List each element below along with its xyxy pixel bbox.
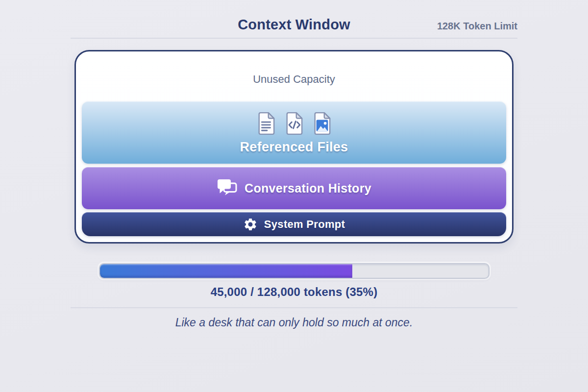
section-conversation-history: Conversation History xyxy=(82,167,506,209)
usage-bar-fill xyxy=(100,264,352,278)
chat-bubbles-icon xyxy=(217,178,238,198)
context-window-card: Unused Capacity xyxy=(74,50,514,244)
footer-divider xyxy=(71,307,517,308)
section-label: Conversation History xyxy=(245,181,371,196)
token-limit-label: 128K Token Limit xyxy=(437,21,517,32)
file-icons-row xyxy=(257,112,331,135)
header: Context Window 128K Token Limit xyxy=(71,0,517,39)
image-file-icon xyxy=(313,112,331,135)
code-file-icon xyxy=(285,112,303,135)
doc-file-icon xyxy=(257,112,275,135)
section-referenced-files: Referenced Files xyxy=(82,101,506,164)
caption-text: Like a desk that can only hold so much a… xyxy=(71,316,517,329)
usage-bar xyxy=(99,263,490,279)
section-label: Referenced Files xyxy=(240,140,348,155)
page: Context Window 128K Token Limit Unused C… xyxy=(0,0,588,392)
usage-label: 45,000 / 128,000 tokens (35%) xyxy=(71,285,517,299)
section-label: System Prompt xyxy=(264,218,345,231)
unused-capacity-label: Unused Capacity xyxy=(82,57,506,101)
gear-icon xyxy=(243,217,258,232)
section-system-prompt: System Prompt xyxy=(82,212,506,236)
